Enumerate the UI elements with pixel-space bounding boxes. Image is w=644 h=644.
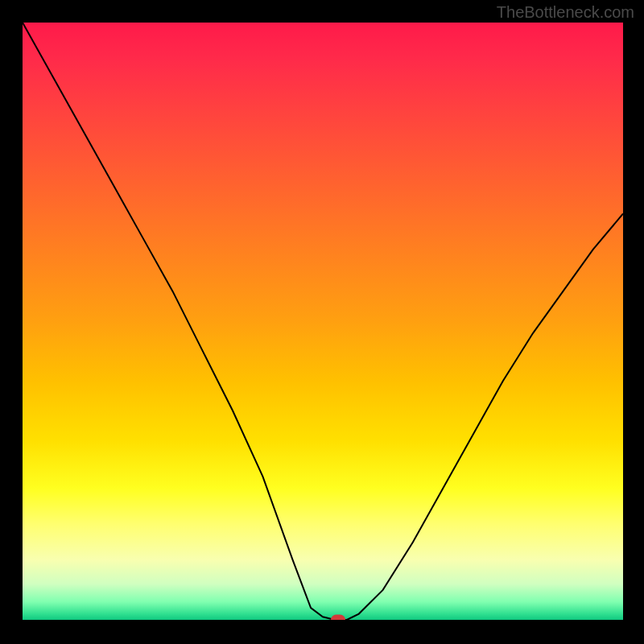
chart-frame: TheBottleneck.com [0,0,644,644]
minimum-marker [331,615,345,621]
plot-area [23,23,623,620]
bottleneck-curve [23,23,623,620]
watermark-text: TheBottleneck.com [497,3,634,22]
